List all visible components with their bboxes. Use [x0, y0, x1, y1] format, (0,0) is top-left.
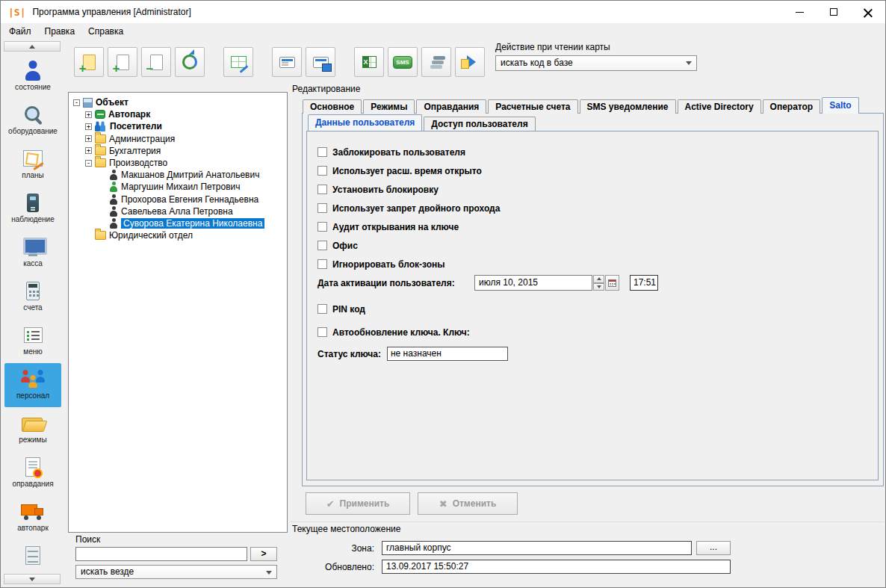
sidebar-item-label: персонал — [4, 392, 61, 400]
menu-bar: Файл Правка Справка — [1, 23, 885, 40]
collapse-icon[interactable]: - — [85, 160, 92, 167]
tree-node-fleet[interactable]: + Автопарк — [69, 108, 287, 120]
checkbox-row-office: Офис — [317, 240, 358, 251]
sidebar-item-status[interactable]: состояние — [1, 55, 65, 99]
print-button[interactable] — [421, 47, 451, 77]
edit-table-button[interactable] — [223, 47, 253, 77]
sidebar-item-monitoring[interactable]: наблюдение — [1, 187, 65, 231]
search-go-button[interactable]: > — [250, 547, 277, 561]
sidebar-item-plans[interactable]: планы — [1, 143, 65, 187]
sidebar-item-label: автопарк — [1, 524, 65, 532]
transfer-button[interactable] — [455, 47, 485, 77]
card-action-select[interactable]: искать код в базе — [495, 55, 697, 71]
tree-node-visitors[interactable]: + Посетители — [69, 120, 287, 132]
cancel-button[interactable]: ✖ Отменить — [418, 492, 518, 515]
expand-icon[interactable]: + — [85, 147, 92, 154]
search-input[interactable] — [75, 547, 247, 561]
tree-node-employee-selected[interactable]: Суворова Екатерина Николаевна — [69, 217, 287, 229]
apply-button[interactable]: ✔ Применить — [306, 492, 410, 515]
checkbox[interactable] — [317, 185, 327, 194]
updated-field[interactable]: 13.09.2017 15:50:27 — [382, 560, 731, 574]
sms-button[interactable]: SMS — [388, 47, 418, 77]
sidebar-item-partial[interactable] — [1, 539, 65, 572]
tree-node-employee[interactable]: Макшанов Дмитрий Анатольевич — [69, 169, 287, 181]
user-data-panel: Заблокировать пользователя Использует ра… — [306, 131, 879, 480]
checkbox[interactable] — [317, 222, 327, 232]
tab-active-directory[interactable]: Active Directory — [678, 99, 761, 114]
spin-down-button[interactable] — [593, 283, 604, 291]
tab-modes[interactable]: Режимы — [363, 99, 415, 114]
tree-node-legal[interactable]: Юридический отдел — [69, 229, 287, 241]
date-spinner — [593, 275, 604, 291]
people-icon — [95, 122, 107, 131]
menu-help[interactable]: Справка — [81, 24, 130, 39]
sidebar-scroll-up[interactable] — [4, 41, 61, 52]
sidebar-item-cashdesk[interactable]: касса — [1, 231, 65, 275]
tree-node-employee[interactable]: Маргушин Михаил Петрович — [69, 181, 287, 193]
menu-edit[interactable]: Правка — [38, 24, 82, 39]
sidebar-item-excuses[interactable]: оправдания — [1, 451, 65, 495]
checkbox[interactable] — [317, 147, 327, 157]
close-button[interactable] — [851, 1, 885, 23]
sidebar-item-personnel[interactable]: персонал — [4, 363, 61, 407]
excel-icon — [362, 56, 377, 68]
checkbox-row-key-audit: Аудит открывания на ключе — [317, 221, 459, 232]
tab-accounts[interactable]: Расчетные счета — [488, 99, 577, 114]
expand-icon[interactable]: + — [85, 111, 92, 118]
tab-operator[interactable]: Оператор — [763, 99, 821, 114]
excel-export-button[interactable] — [354, 47, 384, 77]
tree-node-production[interactable]: - Производство — [69, 157, 287, 169]
key-status-field[interactable]: не назначен — [387, 347, 508, 361]
tab-salto[interactable]: Salto — [822, 97, 858, 114]
checkbox[interactable] — [317, 166, 327, 176]
tab-excuses[interactable]: Оправдания — [416, 99, 486, 114]
checkbox[interactable] — [317, 304, 327, 314]
sidebar-item-fleet[interactable]: автопарк — [1, 495, 65, 539]
subtab-user-access[interactable]: Доступ пользователя — [424, 117, 535, 131]
expand-icon[interactable]: + — [85, 135, 92, 142]
checkbox[interactable] — [317, 203, 327, 213]
sidebar-scroll-down[interactable] — [4, 574, 61, 584]
refresh-button[interactable] — [175, 47, 205, 77]
card-action-value: искать код в базе — [501, 58, 573, 68]
sidebar-item-equipment[interactable]: оборудование — [1, 99, 65, 143]
left-sidebar: состояние оборудование планы наблюдение … — [1, 40, 65, 587]
sidebar-item-modes[interactable]: режимы — [1, 407, 65, 451]
folder-icon — [95, 134, 106, 143]
checkbox[interactable] — [317, 259, 327, 269]
maximize-button[interactable] — [817, 1, 851, 23]
maximize-icon — [830, 8, 837, 16]
collapse-icon[interactable]: - — [73, 99, 80, 106]
sidebar-item-label: наблюдение — [1, 215, 65, 223]
activation-time-input[interactable]: 17:51 — [630, 275, 658, 291]
person-icon — [109, 194, 118, 205]
tree-node-accounting[interactable]: + Бухгалтерия — [69, 145, 287, 157]
add-person-button[interactable] — [108, 47, 137, 77]
expand-icon[interactable]: + — [85, 123, 92, 130]
delete-button[interactable] — [141, 47, 171, 77]
sidebar-item-menu[interactable]: меню — [1, 319, 65, 363]
tab-main[interactable]: Основное — [303, 99, 362, 114]
checkbox[interactable] — [317, 241, 327, 250]
checkbox-label: Игнорировать блок-зоны — [332, 259, 444, 270]
menu-file[interactable]: Файл — [2, 24, 38, 39]
tab-sms[interactable]: SMS уведомление — [580, 99, 676, 114]
activation-date-input[interactable]: июля 10, 2015 — [474, 275, 592, 291]
spin-up-button[interactable] — [593, 275, 604, 283]
add-department-button[interactable] — [74, 47, 104, 77]
card-button[interactable] — [272, 47, 302, 77]
location-title: Текущее местоположение — [292, 524, 400, 534]
tree-node-administration[interactable]: + Администрация — [69, 133, 287, 145]
card-reader-button[interactable] — [306, 47, 335, 77]
tree-node-employee[interactable]: Савельева Алла Петровна — [69, 205, 287, 217]
zone-browse-button[interactable]: ... — [696, 541, 731, 555]
search-scope-select[interactable]: искать везде — [75, 565, 277, 579]
zone-field[interactable]: главный корпус — [382, 541, 692, 555]
tree-node-object[interactable]: - Объект — [69, 96, 287, 108]
calendar-button[interactable] — [605, 275, 619, 291]
sidebar-item-accounts[interactable]: счета — [1, 275, 65, 319]
tree-node-employee[interactable]: Прохорова Евгения Геннадьевна — [69, 194, 287, 205]
minimize-button[interactable] — [782, 1, 817, 23]
subtab-user-data[interactable]: Данные пользователя — [308, 114, 422, 131]
checkbox[interactable] — [317, 327, 327, 337]
